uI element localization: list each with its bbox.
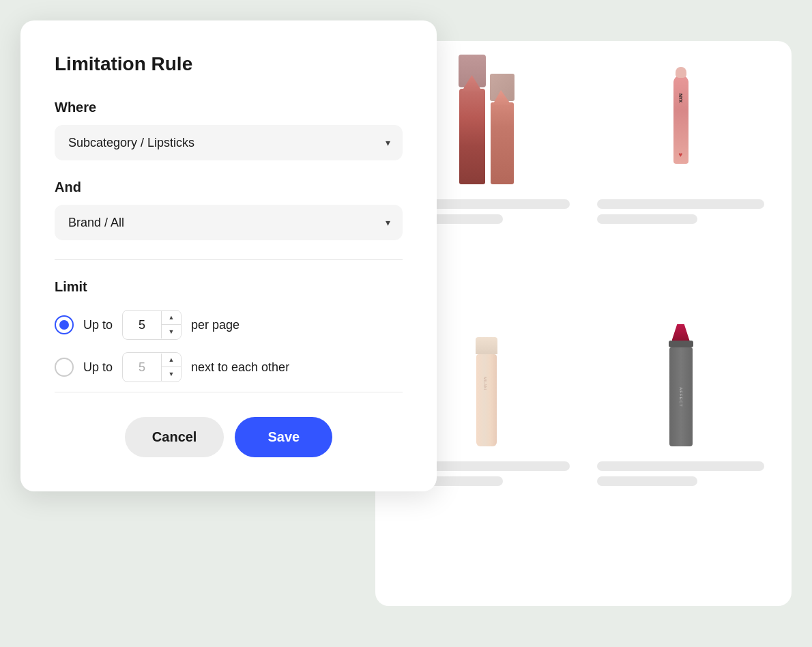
limit-label: Limit — [55, 279, 403, 295]
per-page-spinner-up[interactable]: ▲ — [162, 311, 181, 325]
and-select-wrapper: Brand / All ▾ — [55, 205, 403, 240]
product-card-2: NYX ♥ — [590, 68, 771, 317]
gloss-tube: MILANI — [476, 354, 497, 446]
per-page-input-wrapper: ▲ ▼ — [122, 310, 182, 340]
adjacent-spinner-up[interactable]: ▲ — [162, 354, 181, 367]
radio-adjacent[interactable] — [55, 358, 74, 377]
product-line — [597, 199, 764, 209]
and-section: And Brand / All ▾ — [55, 179, 403, 240]
save-button[interactable]: Save — [235, 417, 332, 457]
modal-title: Limitation Rule — [55, 53, 403, 75]
where-section: Where Subcategory / Lipsticks ▾ — [55, 100, 403, 160]
per-page-spinner-down[interactable]: ▼ — [162, 325, 181, 339]
product-panel: NYX ♥ MILANI — [375, 41, 792, 606]
cancel-button[interactable]: Cancel — [125, 417, 224, 457]
per-page-spinners: ▲ ▼ — [161, 311, 181, 339]
radio-row-per-page: Up to ▲ ▼ per page — [55, 310, 403, 340]
limit-section: Limit Up to ▲ ▼ per page Up to — [55, 279, 403, 382]
radio-row-adjacent: Up to ▲ ▼ next to each other — [55, 352, 403, 382]
limitation-rule-modal: Limitation Rule Where Subcategory / Lips… — [20, 20, 437, 491]
nyx-tip — [676, 67, 686, 78]
product-image-2: NYX ♥ — [590, 68, 771, 191]
footer-divider — [55, 392, 403, 392]
dark-lip-tube: AFFECT — [669, 347, 693, 446]
modal-footer: Cancel Save — [55, 417, 403, 457]
gloss-brand: MILANI — [482, 377, 487, 390]
adjacent-spinners: ▲ ▼ — [161, 354, 181, 381]
and-select[interactable]: Brand / All — [55, 205, 403, 240]
product-image-4: AFFECT — [590, 330, 771, 453]
nyx-heart: ♥ — [679, 151, 683, 158]
adjacent-input-wrapper: ▲ ▼ — [122, 352, 182, 382]
radio-per-page-label: Up to — [83, 318, 113, 332]
product-lines-4 — [590, 461, 771, 486]
and-label: And — [55, 179, 403, 195]
product-line — [597, 214, 697, 224]
per-page-suffix: per page — [191, 318, 240, 332]
per-page-value[interactable] — [123, 318, 161, 332]
where-select-wrapper: Subcategory / Lipsticks ▾ — [55, 125, 403, 160]
gloss-cap — [476, 337, 497, 354]
where-label: Where — [55, 100, 403, 115]
nyx-label: NYX — [678, 94, 683, 102]
product-line — [597, 476, 697, 486]
product-line — [597, 461, 764, 471]
affect-label: AFFECT — [679, 387, 683, 407]
radio-adjacent-label: Up to — [83, 360, 113, 375]
adjacent-suffix: next to each other — [191, 360, 289, 375]
section-divider — [55, 259, 403, 260]
adjacent-spinner-down[interactable]: ▼ — [162, 367, 181, 381]
product-lines-2 — [590, 199, 771, 224]
where-select[interactable]: Subcategory / Lipsticks — [55, 125, 403, 160]
limit-radio-group: Up to ▲ ▼ per page Up to ▲ — [55, 310, 403, 382]
radio-per-page[interactable] — [55, 315, 74, 334]
dark-lip-cap-top — [669, 341, 693, 347]
product-card-4: AFFECT — [590, 330, 771, 579]
adjacent-value[interactable] — [123, 360, 161, 375]
